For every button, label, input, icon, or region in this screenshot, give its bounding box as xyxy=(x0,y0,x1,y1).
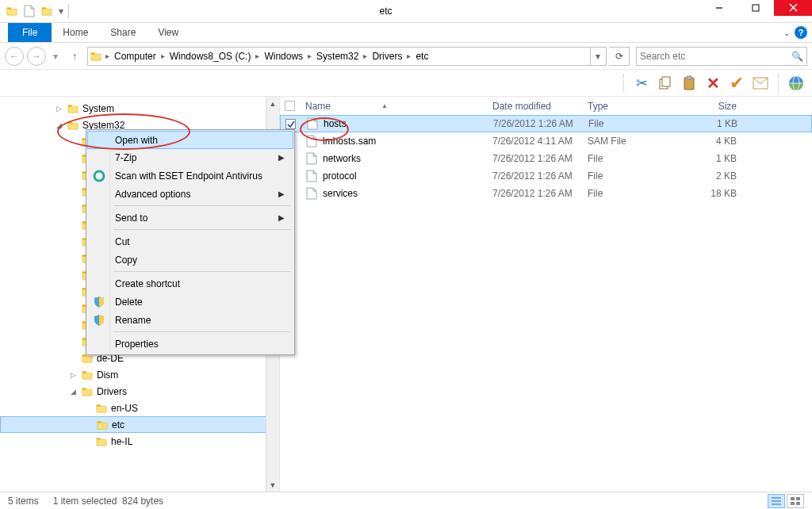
chevron-right-icon[interactable]: ▸ xyxy=(306,52,313,60)
context-menu-label: 7-Zip xyxy=(115,152,136,163)
context-menu[interactable]: Open with7-Zip▶Scan with ESET Endpoint A… xyxy=(86,129,295,355)
scroll-up-button[interactable]: ▲ xyxy=(266,97,279,110)
folder-icon xyxy=(81,386,94,397)
file-row[interactable]: services7/26/2012 1:26 AMFile18 KB xyxy=(280,185,812,202)
chevron-right-icon[interactable]: ▸ xyxy=(104,52,111,60)
file-tab[interactable]: File xyxy=(8,23,52,42)
close-button[interactable] xyxy=(774,0,812,16)
help-icon[interactable]: ? xyxy=(795,26,807,39)
chevron-right-icon[interactable]: ▸ xyxy=(362,52,369,60)
breadcrumb-segment[interactable]: etc xyxy=(412,51,431,62)
context-menu-label: Scan with ESET Endpoint Antivirus xyxy=(115,170,262,182)
scroll-down-button[interactable]: ▼ xyxy=(266,478,279,492)
column-header-date[interactable]: Date modified xyxy=(488,101,583,112)
expand-icon[interactable]: ▷ xyxy=(68,371,78,379)
context-menu-item[interactable]: Open with xyxy=(87,131,293,149)
forward-button[interactable]: → xyxy=(27,47,46,66)
mail-icon[interactable] xyxy=(751,74,770,93)
ribbon-tab-home[interactable]: Home xyxy=(52,23,99,42)
svg-rect-18 xyxy=(796,502,800,505)
context-menu-item[interactable]: Scan with ESET Endpoint Antivirus xyxy=(88,166,293,185)
column-headers[interactable]: Name▲ Date modified Type Size xyxy=(280,97,812,116)
copy-icon[interactable] xyxy=(656,74,675,93)
expand-icon[interactable]: ▷ xyxy=(54,105,63,113)
file-size: 18 KB xyxy=(676,188,756,199)
context-menu-item[interactable]: Cut xyxy=(88,232,293,251)
ribbon-tab-view[interactable]: View xyxy=(147,23,190,42)
search-box[interactable]: 🔍 xyxy=(636,47,807,66)
up-button[interactable]: ↑ xyxy=(65,47,84,66)
chevron-right-icon[interactable]: ▸ xyxy=(254,52,261,60)
chevron-right-icon[interactable]: ▸ xyxy=(159,52,167,60)
delete-icon[interactable]: ✕ xyxy=(703,74,722,93)
cut-icon[interactable]: ✂ xyxy=(632,74,651,93)
breadcrumb-segment[interactable]: Windows xyxy=(261,51,306,62)
check-icon[interactable]: ✔ xyxy=(727,74,746,93)
window-controls xyxy=(701,0,812,16)
breadcrumb-segment[interactable]: System32 xyxy=(313,51,362,62)
qat-new-doc[interactable] xyxy=(21,2,38,20)
ribbon-tab-share[interactable]: Share xyxy=(99,23,147,42)
tree-item[interactable]: etc xyxy=(0,416,279,433)
breadcrumb-segment[interactable]: Windows8_OS (C:) xyxy=(167,51,255,62)
svg-rect-16 xyxy=(796,497,800,500)
file-checkbox[interactable] xyxy=(281,119,301,129)
context-menu-item[interactable]: Copy xyxy=(88,251,293,269)
separator xyxy=(623,75,624,92)
qat-folder-1[interactable] xyxy=(3,2,21,20)
context-menu-item[interactable]: Delete xyxy=(88,293,293,311)
paste-icon[interactable] xyxy=(680,74,699,93)
search-icon[interactable]: 🔍 xyxy=(791,51,803,62)
recent-locations-button[interactable]: ▾ xyxy=(49,47,62,66)
qat-drop[interactable]: ▾ xyxy=(56,2,67,20)
column-header-type[interactable]: Type xyxy=(583,101,676,112)
address-dropdown-button[interactable]: ▾ xyxy=(590,48,604,65)
back-button[interactable]: ← xyxy=(5,47,24,66)
column-header-checkbox[interactable] xyxy=(280,101,301,111)
file-size: 1 KB xyxy=(677,118,756,129)
file-list[interactable]: Name▲ Date modified Type Size hosts7/26/… xyxy=(280,97,812,492)
tree-item[interactable]: ▷Dism xyxy=(0,366,279,383)
search-input[interactable] xyxy=(640,51,791,62)
file-row[interactable]: hosts7/26/2012 1:26 AMFile1 KB xyxy=(280,115,812,132)
expand-ribbon-icon[interactable]: ⌄ xyxy=(783,29,790,37)
context-menu-item[interactable]: Create shortcut xyxy=(88,274,293,293)
breadcrumb-segment[interactable]: Computer xyxy=(111,51,159,62)
file-name: networks xyxy=(301,152,488,165)
tree-item[interactable]: en-US xyxy=(0,400,279,416)
file-date: 7/26/2012 1:26 AM xyxy=(488,170,583,182)
tree-item[interactable]: ▷System xyxy=(0,100,279,117)
file-date: 7/26/2012 1:26 AM xyxy=(488,188,583,199)
thumbnails-view-button[interactable] xyxy=(787,494,804,508)
maximize-button[interactable] xyxy=(737,0,774,16)
folder-icon xyxy=(96,419,109,431)
chevron-right-icon[interactable]: ▸ xyxy=(405,52,412,60)
column-header-name[interactable]: Name▲ xyxy=(301,101,488,112)
tree-item[interactable]: he-IL xyxy=(0,433,279,450)
file-icon xyxy=(305,135,318,147)
nav-bar: ← → ▾ ↑ ▸ Computer▸ Windows8_OS (C:)▸ Wi… xyxy=(0,43,812,70)
context-menu-item[interactable]: Advanced options▶ xyxy=(88,185,293,203)
details-view-button[interactable] xyxy=(768,494,785,508)
globe-icon[interactable] xyxy=(787,74,806,93)
expand-icon[interactable]: ◢ xyxy=(54,121,63,129)
column-header-size[interactable]: Size xyxy=(676,101,756,112)
minimize-button[interactable] xyxy=(701,0,737,16)
refresh-button[interactable]: ⟳ xyxy=(609,47,630,66)
tree-item[interactable]: ◢Drivers xyxy=(0,383,279,400)
context-menu-item[interactable]: Send to▶ xyxy=(88,209,293,227)
sort-asc-icon: ▲ xyxy=(381,102,388,109)
file-row[interactable]: lmhosts.sam7/26/2012 4:11 AMSAM File4 KB xyxy=(280,132,812,150)
address-bar[interactable]: ▸ Computer▸ Windows8_OS (C:)▸ Windows▸ S… xyxy=(87,47,607,66)
context-menu-item[interactable]: Rename xyxy=(88,311,293,329)
context-menu-item[interactable]: 7-Zip▶ xyxy=(88,148,293,166)
file-row[interactable]: protocol7/26/2012 1:26 AMFile2 KB xyxy=(280,167,812,185)
context-menu-item[interactable]: Properties xyxy=(88,335,293,353)
expand-icon[interactable]: ◢ xyxy=(68,388,78,396)
breadcrumb-segment[interactable]: Drivers xyxy=(369,51,405,62)
qat-folder-2[interactable] xyxy=(38,2,56,20)
file-type: File xyxy=(584,118,677,129)
context-menu-label: Create shortcut xyxy=(115,278,180,289)
file-row[interactable]: networks7/26/2012 1:26 AMFile1 KB xyxy=(280,150,812,167)
file-date: 7/26/2012 4:11 AM xyxy=(488,136,583,147)
